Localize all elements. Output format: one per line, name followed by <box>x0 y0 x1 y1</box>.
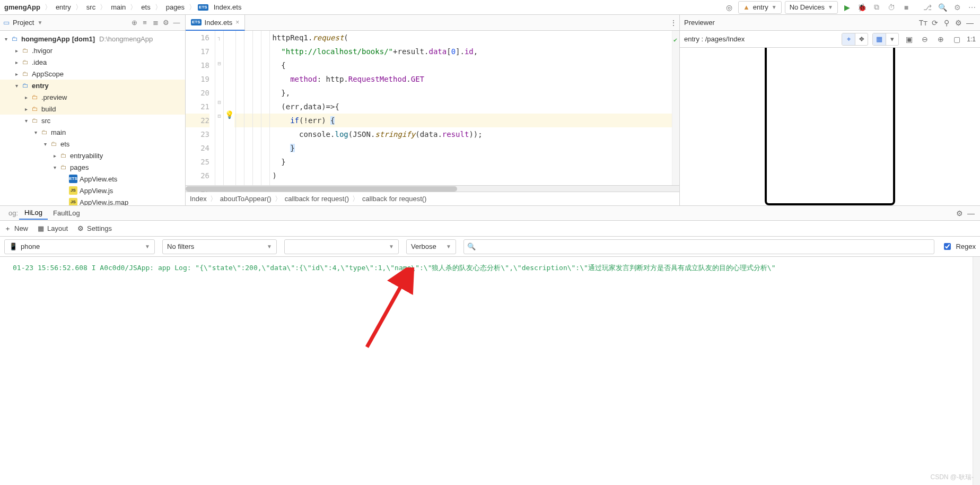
tree-node[interactable]: ▾🗀src <box>0 115 185 126</box>
device-selector[interactable]: No Devices ▼ <box>785 1 838 14</box>
breadcrumb-item[interactable]: gmengApp <box>2 2 42 12</box>
grid-icon[interactable]: ▦ <box>873 33 886 45</box>
fold-handle[interactable] <box>215 71 223 83</box>
tree-node[interactable]: ▸🗀entryability <box>0 150 185 161</box>
breadcrumb-item[interactable]: main <box>109 2 128 12</box>
device-filter-select[interactable]: 📱phone ▼ <box>4 239 155 254</box>
previewer-canvas[interactable] <box>680 48 980 205</box>
breadcrumb-item[interactable]: entry <box>54 2 73 12</box>
code-area[interactable]: 161718192021222324252627 ┐⊟⊟⊟ 💡 httpReq1… <box>186 31 679 185</box>
tree-twisty[interactable]: ▸ <box>13 71 20 77</box>
hide-panel-icon[interactable]: — <box>965 207 977 219</box>
tree-node[interactable]: ▾🗀ets <box>0 138 185 150</box>
tree-node[interactable]: JSAppView.js.map <box>0 196 185 205</box>
profile-button[interactable]: ⏱ <box>886 2 897 13</box>
editor-crumb-item[interactable]: callback for request() <box>285 195 349 203</box>
tree-twisty[interactable]: ▸ <box>22 106 30 112</box>
log-v-scrollbar[interactable] <box>973 257 980 485</box>
fold-handle[interactable] <box>215 136 223 148</box>
locate-icon[interactable]: ⊕ <box>129 18 139 28</box>
stop-button[interactable]: ■ <box>900 2 912 13</box>
fold-handle[interactable] <box>215 160 223 172</box>
fold-handle[interactable] <box>215 83 223 96</box>
code-text[interactable]: httpReq1.request( "http://localhost/book… <box>234 31 679 185</box>
project-panel-title[interactable]: Project <box>13 19 34 27</box>
tree-node[interactable]: ETSAppView.ets <box>0 173 185 185</box>
level-filter-select[interactable]: Verbose ▼ <box>406 239 456 254</box>
scrollbar-thumb[interactable] <box>186 186 457 192</box>
gear-icon[interactable]: ⚙ <box>161 18 171 28</box>
log-new-button[interactable]: ＋New <box>4 224 28 233</box>
regex-checkbox[interactable] <box>944 243 951 250</box>
scope-filter-select[interactable]: No filters ▼ <box>162 239 277 254</box>
tree-node[interactable]: ▾🗀entry <box>0 80 185 91</box>
breadcrumb-item[interactable]: pages <box>164 2 187 12</box>
close-icon[interactable]: × <box>235 19 239 26</box>
git-button[interactable]: ⎇ <box>922 2 933 13</box>
regex-toggle[interactable]: Regex <box>942 241 976 252</box>
tree-twisty[interactable]: ▸ <box>13 59 20 65</box>
log-layout-button[interactable]: ▦Layout <box>38 224 68 232</box>
text-tool-icon[interactable]: Tᴛ <box>917 17 929 29</box>
tree-twisty[interactable]: ▸ <box>22 94 30 100</box>
tree-node[interactable]: JSAppView.js <box>0 185 185 196</box>
editor-crumb-item[interactable]: aboutToAppear() <box>220 195 272 203</box>
collapse-icon[interactable]: ≣ <box>150 18 161 28</box>
fold-handle[interactable] <box>215 45 223 57</box>
log-search-input[interactable]: 🔍 <box>463 239 934 254</box>
fold-handle[interactable]: ⊟ <box>215 109 223 123</box>
log-tab-faultlog[interactable]: FaultLog <box>48 207 85 219</box>
log-tab-hilog[interactable]: HiLog <box>19 206 48 220</box>
fold-handle[interactable]: ⊟ <box>215 57 223 71</box>
tree-twisty[interactable]: ▾ <box>2 36 10 42</box>
tree-twisty[interactable]: ▾ <box>51 164 58 170</box>
tree-twisty[interactable]: ▸ <box>13 48 20 54</box>
tree-node[interactable]: ▾🗀pages <box>0 161 185 173</box>
zoom-in-icon[interactable]: ⊕ <box>935 33 947 45</box>
tree-node[interactable]: ▸🗀.hvigor <box>0 45 185 56</box>
inspect-icon[interactable]: ⌖ <box>842 33 855 45</box>
coverage-button[interactable]: ⧉ <box>871 2 882 13</box>
view-mode-group[interactable]: ▦ ▾ <box>872 33 899 46</box>
search-icon[interactable]: 🔍 <box>937 2 948 13</box>
fold-handle[interactable] <box>215 148 223 160</box>
fold-handle[interactable]: ⊟ <box>215 96 223 109</box>
layers-icon[interactable]: ❖ <box>855 33 868 45</box>
inspect-mode-group[interactable]: ⌖ ❖ <box>842 33 868 46</box>
tree-node[interactable]: ▸🗀AppScope <box>0 68 185 80</box>
tree-node[interactable]: ▸🗀.preview <box>0 91 185 103</box>
tree-twisty[interactable]: ▸ <box>51 153 58 159</box>
log-settings-button[interactable]: ⚙Settings <box>77 224 112 232</box>
editor-menu-icon[interactable]: ⋮ <box>668 17 679 29</box>
tree-twisty[interactable]: ▾ <box>13 83 20 89</box>
tree-twisty[interactable]: ▾ <box>32 129 39 135</box>
tree-node[interactable]: ▸🗀.idea <box>0 56 185 68</box>
chevron-down-icon[interactable]: ▼ <box>37 20 42 25</box>
gear-icon[interactable]: ⚙ <box>952 17 964 29</box>
tree-twisty[interactable]: ▾ <box>41 141 49 147</box>
breadcrumb-item[interactable]: Index.ets <box>212 2 244 12</box>
editor-tab-index[interactable]: ETS Index.ets × <box>186 15 245 31</box>
filter-icon[interactable]: ⚲ <box>941 17 952 29</box>
fit-icon[interactable]: ▢ <box>951 33 962 45</box>
debug-button[interactable]: 🐞 <box>856 2 868 13</box>
breadcrumb-item[interactable]: src <box>84 2 98 12</box>
editor-status-strip[interactable]: ✔ <box>672 31 679 185</box>
tree-node[interactable]: ▾🗀main <box>0 126 185 138</box>
log-output[interactable]: 01-23 15:56:52.608 I A0c0d0/JSApp: app L… <box>0 257 980 485</box>
fold-handle[interactable]: ┐ <box>215 31 223 45</box>
fold-handle[interactable] <box>215 123 223 135</box>
editor-crumb-item[interactable]: callback for request() <box>362 195 426 203</box>
tree-root[interactable]: ▾ 🗀 hongmengApp [dom1] D:\hongmengApp <box>0 33 185 45</box>
editor-breadcrumb[interactable]: Index〉aboutToAppear()〉callback for reque… <box>186 192 679 205</box>
hide-panel-icon[interactable]: — <box>964 17 976 29</box>
breadcrumb-item[interactable]: ets <box>139 2 152 12</box>
refresh-icon[interactable]: ⟳ <box>929 17 941 29</box>
more-icon[interactable]: ⋯ <box>966 2 978 13</box>
editor-h-scrollbar[interactable] <box>186 185 679 192</box>
chevron-down-icon[interactable]: ▾ <box>886 33 898 45</box>
run-button[interactable]: ▶ <box>841 2 853 13</box>
tree-node[interactable]: ▸🗀build <box>0 103 185 115</box>
settings-icon[interactable]: ⚙ <box>951 2 963 13</box>
target-icon[interactable]: ◎ <box>723 2 735 13</box>
